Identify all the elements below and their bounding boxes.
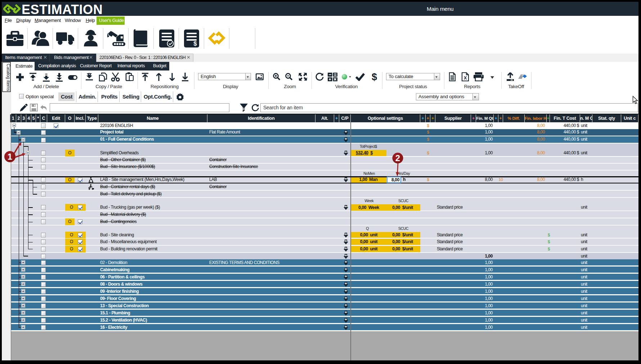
svg-text:+: + xyxy=(89,73,90,76)
svg-text:$: $ xyxy=(193,40,197,47)
svg-text:X: X xyxy=(464,75,467,81)
